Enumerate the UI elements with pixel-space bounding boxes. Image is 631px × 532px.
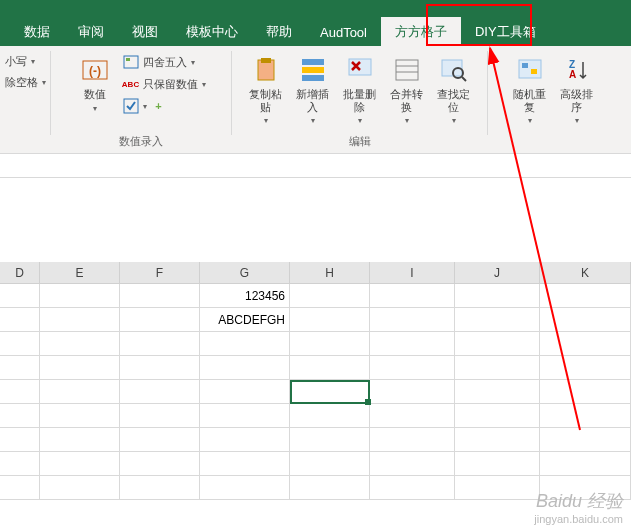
lowercase-button[interactable]: 小写▾ — [1, 52, 50, 71]
cell[interactable] — [40, 308, 120, 332]
table-row: 123456 — [0, 284, 631, 308]
worksheet[interactable]: D E F G H I J K 123456 ABCDEFGH — [0, 178, 631, 500]
watermark: Baidu 经验 jingyan.baidu.com — [534, 491, 623, 526]
insert-button[interactable]: 新增插 入▾ — [290, 52, 335, 127]
svg-line-16 — [462, 77, 466, 81]
formula-bar[interactable] — [0, 154, 631, 178]
sort-za-icon: ZA — [561, 54, 593, 86]
cell[interactable] — [370, 308, 455, 332]
svg-rect-18 — [522, 63, 528, 68]
tab-diy-toolbox[interactable]: DIY工具箱 — [461, 17, 550, 47]
tab-data[interactable]: 数据 — [10, 17, 64, 47]
ribbon-tabs: 数据 审阅 视图 模板中心 帮助 AudTool 方方格子 DIY工具箱 — [0, 18, 631, 46]
merge-convert-button[interactable]: 合并转 换▾ — [384, 52, 429, 127]
toggle-button[interactable]: ▾ + — [119, 96, 210, 116]
tab-review[interactable]: 审阅 — [64, 17, 118, 47]
merge-icon — [391, 54, 423, 86]
svg-text:A: A — [569, 69, 576, 80]
cell[interactable]: ABCDEFGH — [200, 308, 290, 332]
cell[interactable] — [370, 284, 455, 308]
random-icon — [514, 54, 546, 86]
chevron-down-icon: ▾ — [31, 57, 35, 66]
svg-rect-9 — [302, 75, 324, 81]
insert-row-icon — [297, 54, 329, 86]
tab-audtool[interactable]: AudTool — [306, 19, 381, 46]
col-header-j[interactable]: J — [455, 262, 540, 283]
cell[interactable] — [40, 284, 120, 308]
clipboard-icon — [250, 54, 282, 86]
table-row — [0, 404, 631, 428]
table-row — [0, 356, 631, 380]
cell[interactable] — [540, 308, 631, 332]
cell[interactable] — [290, 308, 370, 332]
search-icon — [438, 54, 470, 86]
cell[interactable] — [290, 284, 370, 308]
plus-icon: + — [151, 98, 167, 114]
cell[interactable] — [0, 308, 40, 332]
table-row — [0, 380, 631, 404]
table-row — [0, 332, 631, 356]
svg-rect-2 — [124, 56, 138, 68]
numeric-button[interactable]: (-) 数值▾ — [73, 52, 117, 116]
table-row: ABCDEFGH — [0, 308, 631, 332]
find-locate-button[interactable]: 查找定 位▾ — [431, 52, 476, 127]
svg-rect-8 — [302, 67, 324, 73]
cell[interactable] — [455, 308, 540, 332]
round-icon — [123, 54, 139, 70]
chevron-down-icon: ▾ — [42, 78, 46, 87]
tab-fangfang[interactable]: 方方格子 — [381, 17, 461, 47]
advanced-sort-button[interactable]: ZA 高级排 序▾ — [554, 52, 599, 127]
cell[interactable] — [0, 284, 40, 308]
svg-text:(-): (-) — [89, 64, 101, 78]
remove-space-button[interactable]: 除空格▾ — [1, 73, 50, 92]
ribbon: 小写▾ 除空格▾ (-) 数值▾ 四舍五入▾ ABC 只保留数值▾ — [0, 46, 631, 154]
delete-x-icon — [344, 54, 376, 86]
cell[interactable]: 123456 — [200, 284, 290, 308]
svg-rect-17 — [519, 60, 541, 78]
svg-rect-3 — [126, 58, 130, 61]
col-header-f[interactable]: F — [120, 262, 200, 283]
cell[interactable] — [455, 284, 540, 308]
table-row — [0, 452, 631, 476]
batch-delete-button[interactable]: 批量删 除▾ — [337, 52, 382, 127]
tab-template-center[interactable]: 模板中心 — [172, 17, 252, 47]
svg-rect-11 — [396, 60, 418, 80]
round-button[interactable]: 四舍五入▾ — [119, 52, 210, 72]
random-repeat-button[interactable]: 随机重 复▾ — [507, 52, 552, 127]
column-headers: D E F G H I J K — [0, 262, 631, 284]
svg-rect-10 — [349, 59, 371, 75]
group-label-numeric: 数值录入 — [119, 134, 163, 149]
col-header-h[interactable]: H — [290, 262, 370, 283]
parentheses-icon: (-) — [79, 54, 111, 86]
svg-rect-7 — [302, 59, 324, 65]
tab-view[interactable]: 视图 — [118, 17, 172, 47]
col-header-i[interactable]: I — [370, 262, 455, 283]
col-header-e[interactable]: E — [40, 262, 120, 283]
keep-numeric-button[interactable]: ABC 只保留数值▾ — [119, 74, 210, 94]
col-header-g[interactable]: G — [200, 262, 290, 283]
svg-rect-19 — [531, 69, 537, 74]
table-row — [0, 428, 631, 452]
svg-rect-6 — [261, 58, 271, 63]
abc-icon: ABC — [123, 76, 139, 92]
copy-paste-button[interactable]: 复制粘 贴▾ — [243, 52, 288, 127]
col-header-k[interactable]: K — [540, 262, 631, 283]
group-label-edit: 编辑 — [349, 134, 371, 149]
col-header-d[interactable]: D — [0, 262, 40, 283]
checkbox-icon — [123, 98, 139, 114]
cell[interactable] — [120, 308, 200, 332]
cell[interactable] — [540, 284, 631, 308]
cell[interactable] — [120, 284, 200, 308]
tab-help[interactable]: 帮助 — [252, 17, 306, 47]
